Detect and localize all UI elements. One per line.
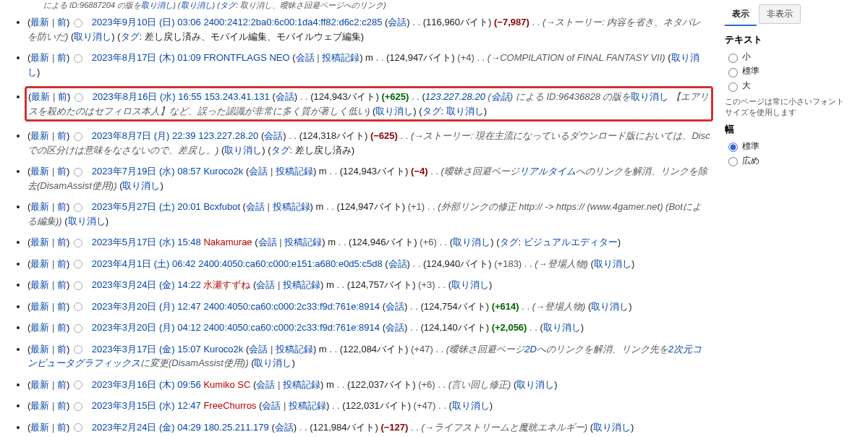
undo-link[interactable]: 取り消し [181,1,213,9]
cur-link[interactable]: 最新 [30,400,49,411]
undo-link[interactable]: 取り消し [74,31,111,42]
undo-link[interactable]: 取り消し [375,106,413,116]
talk-link[interactable]: 会話 [276,91,294,102]
undo-link[interactable]: 取り消し [516,379,554,390]
talk-link[interactable]: 会話 [249,166,268,177]
talk-link[interactable]: 会話 [386,301,404,312]
cur-link[interactable]: 最新 [30,422,49,433]
rev-date[interactable]: 2023年3月15日 (水) 12:47 [92,400,201,411]
talk-link[interactable]: 会話 [264,130,283,141]
radio-marker-icon[interactable] [74,281,82,290]
radio-marker-icon[interactable] [74,168,82,177]
undo-link[interactable]: 取り消し [141,1,173,9]
radio-marker-icon[interactable] [74,54,82,63]
prev-link[interactable]: 前 [57,301,67,312]
cur-link[interactable]: 最新 [30,52,49,63]
contribs-link[interactable]: 投稿記録 [289,400,326,411]
talk-link[interactable]: 会話 [275,422,294,433]
prev-link[interactable]: 前 [57,52,67,63]
rev-date[interactable]: 2023年3月24日 (金) 14:22 [92,279,201,290]
tab-display[interactable]: 表示 [725,5,757,26]
radio-width-normal[interactable]: 標準 [725,140,848,153]
rev-user[interactable]: Bcxfubot [203,201,240,212]
rev-user[interactable]: 2400:4050:ca60:c000:e151:a680:e0d5:c5d8 [198,258,382,269]
rev-date[interactable]: 2023年2月24日 (金) 04:29 [92,422,201,433]
rev-user[interactable]: Nakamurae [203,237,252,247]
rev-user[interactable]: FRONTFLAGS NEO [203,52,289,63]
tag-label[interactable]: タグ [121,31,140,42]
tag-label[interactable]: タグ [271,145,290,156]
rev-user[interactable]: Kuroco2k [203,166,243,177]
undo-link[interactable]: 取り消し [451,279,489,290]
undo-rev-link[interactable]: 取り消し [631,91,668,102]
talk-link[interactable]: 会話 [296,52,315,63]
prev-link[interactable]: 前 [57,237,67,247]
radio-marker-icon[interactable] [74,239,82,247]
rev-date[interactable]: 2023年8月17日 (木) 01:09 [92,52,201,63]
radio-marker-icon[interactable] [74,324,82,333]
undo-link[interactable]: 取り消し [594,258,631,269]
rev-user[interactable]: 2400:4050:ca60:c000:2c33:f9d:761e:8914 [203,301,380,312]
rev-user[interactable]: 水瀬すずね [203,279,250,290]
radio-marker-icon[interactable] [74,402,82,411]
tab-hide[interactable]: 非表示 [759,4,801,24]
undo-link[interactable]: 取り消し [591,301,629,312]
cur-link[interactable]: 最新 [30,237,49,247]
talk-link[interactable]: 会話 [491,91,510,102]
prev-user-link[interactable]: 123.227.28.20 [425,91,485,102]
radio-small[interactable]: 小 [725,51,848,63]
rev-date[interactable]: 2023年3月17日 (金) 15:07 [92,344,201,355]
rev-date[interactable]: 2023年9月10日 (日) 03:06 [92,17,201,27]
cur-link[interactable]: 最新 [30,301,49,312]
tag-value[interactable]: ビジュアルエディター [524,237,618,247]
rev-date[interactable]: 2023年3月20日 (月) 04:12 [92,322,201,333]
tag-link[interactable]: タグ [220,1,236,9]
rev-date[interactable]: 2023年4月1日 (土) 06:42 [92,258,196,269]
radio-large[interactable]: 大 [725,80,848,92]
rev-user[interactable]: 153.243.41.131 [204,91,269,102]
cur-link[interactable]: 最新 [30,166,49,177]
undo-link[interactable]: 取り消し [593,422,631,433]
cur-link[interactable]: 最新 [30,279,49,290]
prev-link[interactable]: 前 [57,17,67,27]
radio-marker-icon[interactable] [74,423,82,432]
talk-link[interactable]: 会話 [256,279,275,290]
talk-link[interactable]: 会話 [388,17,407,27]
undo-link[interactable]: 取り消し [68,216,106,226]
undo-link[interactable]: 取り消し [452,400,490,411]
radio-width-wide[interactable]: 広め [725,155,848,167]
tag-label[interactable]: タグ [422,106,441,116]
undo-link[interactable]: 取り消し [254,357,292,368]
radio-marker-icon[interactable] [74,302,82,311]
cur-link[interactable]: 最新 [30,258,49,269]
prev-link[interactable]: 前 [57,422,67,433]
undo-link[interactable]: 取り消し [224,145,262,156]
prev-link[interactable]: 前 [57,201,67,212]
prev-link[interactable]: 前 [57,344,67,355]
rev-date[interactable]: 2023年3月16日 (木) 09:56 [92,379,201,390]
radio-marker-icon[interactable] [74,203,82,212]
radio-marker-icon[interactable] [74,260,82,268]
undo-link[interactable]: 取り消し [453,237,490,247]
radio-normal[interactable]: 標準 [725,65,848,77]
cur-link[interactable]: 最新 [30,201,49,212]
rev-date[interactable]: 2023年7月19日 (水) 08:57 [92,166,201,177]
talk-link[interactable]: 会話 [386,322,404,333]
talk-link[interactable]: 会話 [246,201,265,212]
contribs-link[interactable]: 投稿記録 [284,237,322,247]
cur-link[interactable]: 最新 [30,379,49,390]
rev-user[interactable]: Kumiko SC [203,379,250,390]
talk-link[interactable]: 会話 [262,400,281,411]
rev-user[interactable]: 2400:4050:ca60:c000:2c33:f9d:761e:8914 [203,322,380,333]
rev-user[interactable]: Kuroco2k [203,344,243,355]
summary-link[interactable]: 2D [524,344,537,355]
cur-link[interactable]: 最新 [30,130,49,141]
cur-link[interactable]: 最新 [30,322,49,333]
cur-link[interactable]: 最新 [31,91,50,102]
radio-marker-icon[interactable] [74,381,82,389]
undo-link[interactable]: 取り消し [122,180,160,191]
summary-link[interactable]: リアルタイム [519,166,576,177]
undo-link[interactable]: 取り消し [543,322,581,333]
rev-date[interactable]: 2023年8月16日 (水) 16:55 [93,91,202,102]
prev-link[interactable]: 前 [57,279,67,290]
